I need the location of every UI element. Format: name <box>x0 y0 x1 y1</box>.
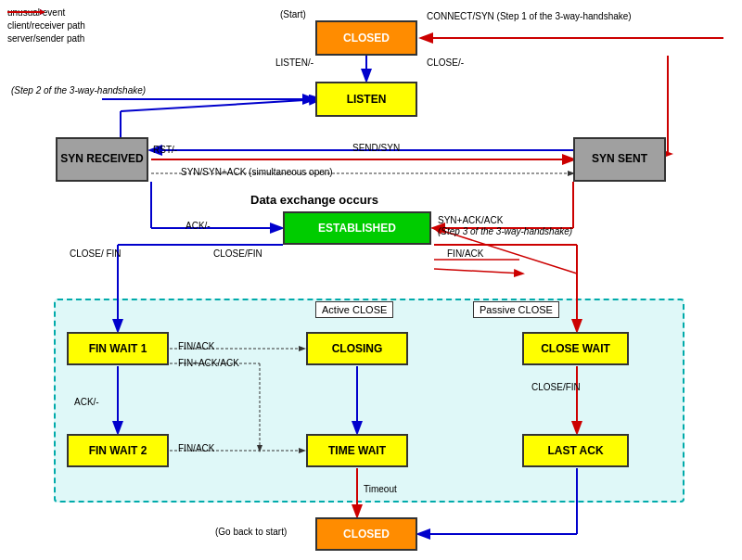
label-ack-dash: ACK/- <box>186 221 211 231</box>
state-closing: CLOSING <box>306 332 408 365</box>
svg-line-15 <box>121 99 320 111</box>
state-closed-bottom: CLOSED <box>315 517 417 551</box>
label-listen-dash: LISTEN/- <box>275 57 313 68</box>
label-rst-dash: RST/- <box>153 145 177 155</box>
state-fin-wait-2: FIN WAIT 2 <box>67 434 169 467</box>
label-ack-dash2: ACK/- <box>74 397 99 407</box>
label-fin-ack-right: FIN/ACK <box>447 248 483 259</box>
label-start: (Start) <box>280 9 306 19</box>
label-fin-ack-tw: FIN/ACK <box>178 443 214 453</box>
state-syn-sent: SYN SENT <box>573 137 666 182</box>
label-syn-syn-ack: SYN/SYN+ACK (simultaneous open) <box>181 167 333 177</box>
svg-line-36 <box>434 269 522 274</box>
label-step2: (Step 2 of the 3-way-handshake) <box>11 85 146 95</box>
label-fin-ack-closing: FIN/ACK <box>178 341 214 351</box>
label-go-back: (Go back to start) <box>215 527 287 537</box>
state-closed-top: CLOSED <box>315 20 417 56</box>
label-connect-syn: CONNECT/SYN (Step 1 of the 3-way-handsha… <box>427 11 632 21</box>
label-step3: (Step 3 of the 3-way-handshake) <box>438 226 572 236</box>
label-close-fin-top: CLOSE/FIN <box>213 248 262 259</box>
state-syn-received: SYN RECEIVED <box>56 137 148 182</box>
label-close-fin-cw: CLOSE/FIN <box>531 382 581 392</box>
label-send-syn: SEND/SYN <box>352 143 400 153</box>
label-syn-ack-ack: SYN+ACK/ACK <box>438 215 503 225</box>
state-last-ack: LAST ACK <box>522 434 629 467</box>
label-close-dash-top: CLOSE/- <box>427 57 464 68</box>
label-fin-ack-ack: FIN+ACK/ACK <box>178 358 239 368</box>
state-fin-wait-1: FIN WAIT 1 <box>67 332 169 365</box>
label-close-fin-left: CLOSE/ FIN <box>70 248 122 259</box>
diagram-container: unusual event client/receiver path serve… <box>0 0 742 560</box>
state-established: ESTABLISHED <box>283 211 431 245</box>
state-close-wait: CLOSE WAIT <box>522 332 629 365</box>
state-listen: LISTEN <box>315 82 417 117</box>
label-timeout: Timeout <box>364 484 397 494</box>
label-data-exchange: Data exchange occurs <box>250 193 378 207</box>
state-time-wait: TIME WAIT <box>306 434 408 467</box>
